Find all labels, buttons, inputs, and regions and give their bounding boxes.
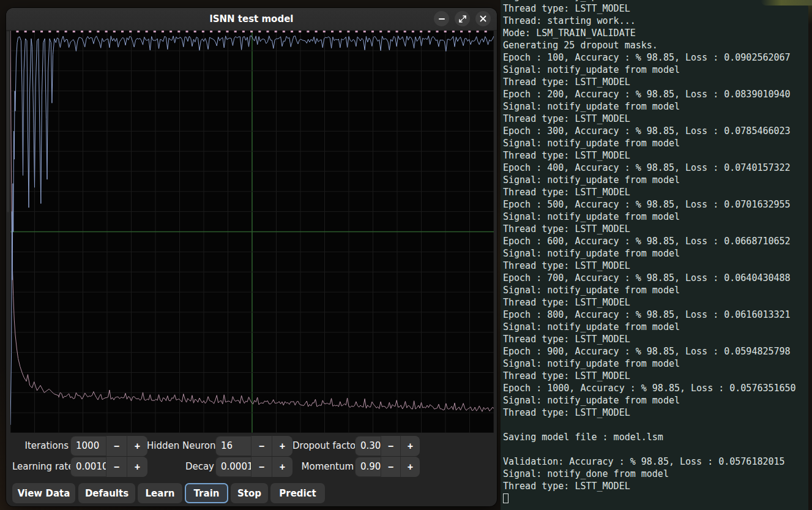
terminal-line: Mode: LSM_TRAIN_VALIDATE xyxy=(503,27,808,39)
iterations-increment-button[interactable]: + xyxy=(127,436,147,456)
learning-rate-label: Learning rate xyxy=(12,457,69,477)
minimize-icon xyxy=(439,18,445,20)
terminal-line: Signal: notify_update from model xyxy=(503,64,808,76)
terminal-line: Epoch : 200, Accuracy : % 98.85, Loss : … xyxy=(503,88,808,100)
train-button[interactable]: Train xyxy=(185,483,228,503)
hidden-neurons-increment-button[interactable]: + xyxy=(272,436,292,456)
maximize-button[interactable] xyxy=(455,11,470,26)
terminal-line: Thread type: LSTT_MODEL xyxy=(503,370,808,382)
terminal-line: Thread type: LSTT_MODEL xyxy=(503,76,808,88)
terminal-line: Thread type: LSTT_MODEL xyxy=(503,149,808,162)
view-data-button[interactable]: View Data xyxy=(12,483,75,503)
momentum-decrement-button[interactable]: − xyxy=(381,457,400,477)
terminal-line xyxy=(503,443,808,456)
terminal-line: Thread type: LSTT_MODEL xyxy=(503,296,808,309)
terminal-line: Signal: notify_update from model xyxy=(503,321,808,333)
close-button[interactable] xyxy=(475,11,491,26)
terminal-line: Signal: notify_update from model xyxy=(503,394,808,407)
terminal-line: Signal: notify_update from model xyxy=(503,247,808,260)
training-chart xyxy=(10,31,494,433)
learning-rate-increment-button[interactable]: + xyxy=(127,457,147,477)
maximize-icon xyxy=(459,15,466,23)
terminal-line: Thread type: LSTT_MODEL xyxy=(503,223,808,235)
terminal-line: Epoch : 700, Accuracy : % 98.85, Loss : … xyxy=(503,272,808,284)
hidden-neurons-label: Hidden Neurons xyxy=(147,436,214,456)
iterations-spinbox: 1000 − + xyxy=(70,436,147,456)
hidden-neurons-decrement-button[interactable]: − xyxy=(251,436,272,456)
terminal-line: Thread: starting work... xyxy=(503,15,808,27)
terminal-line: Saving model file : model.lsm xyxy=(503,431,808,443)
decay-label: Decay xyxy=(147,457,214,477)
iterations-decrement-button[interactable]: − xyxy=(106,436,127,456)
terminal-output: Signal: notify_update from modelThread t… xyxy=(503,0,808,504)
terminal-line xyxy=(503,492,808,504)
dropout-factor-spinbox: 0.30 − + xyxy=(355,436,420,456)
terminal-line: Epoch : 100, Accuracy : % 98.85, Loss : … xyxy=(503,51,808,64)
dropout-factor-label: Dropout factor xyxy=(292,436,354,456)
terminal-line: Signal: notify_update from model xyxy=(503,100,808,113)
defaults-button[interactable]: Defaults xyxy=(78,483,135,503)
terminal-line: Thread type: LSTT_MODEL xyxy=(503,260,808,272)
iterations-value[interactable]: 1000 xyxy=(70,436,106,456)
terminal-line: Signal: notify_done from model xyxy=(503,468,808,480)
terminal-line: Thread type: LSTT_MODEL xyxy=(503,480,808,492)
terminal-line: Thread type: LSTT_MODEL xyxy=(503,407,808,419)
terminal-line: Epoch : 300, Accuracy : % 98.85, Loss : … xyxy=(503,125,808,137)
decay-value[interactable]: 0.000100 xyxy=(215,457,251,477)
titlebar-buttons xyxy=(434,11,491,26)
learning-rate-spinbox: 0.0010 − + xyxy=(70,457,147,477)
stop-button[interactable]: Stop xyxy=(231,483,268,503)
learning-rate-decrement-button[interactable]: − xyxy=(106,457,127,477)
terminal-line: Thread type: LSTT_MODEL xyxy=(503,113,808,125)
model-window: lSNN test model Iterations 1000 − + Hidd… xyxy=(6,8,497,506)
window-title: lSNN test model xyxy=(210,13,294,24)
terminal-line: Signal: notify_update from model xyxy=(503,174,808,186)
dropout-factor-value[interactable]: 0.30 xyxy=(355,436,381,456)
terminal-line: Epoch : 500, Accuracy : % 98.85, Loss : … xyxy=(503,198,808,211)
terminal-line: Thread type: LSTT_MODEL xyxy=(503,186,808,198)
terminal-cursor xyxy=(503,493,508,503)
iterations-label: Iterations xyxy=(12,436,69,456)
learning-rate-value[interactable]: 0.0010 xyxy=(70,457,106,477)
terminal-line xyxy=(503,419,808,431)
terminal-line: Signal: notify_update from model xyxy=(503,284,808,296)
terminal-line: Epoch : 1000, Accuracy : % 98.85, Loss :… xyxy=(503,382,808,394)
dropout-factor-decrement-button[interactable]: − xyxy=(381,436,400,456)
momentum-value[interactable]: 0.90 xyxy=(355,457,381,477)
minimize-button[interactable] xyxy=(434,11,449,26)
dropout-factor-increment-button[interactable]: + xyxy=(400,436,420,456)
decay-spinbox: 0.000100 − + xyxy=(215,457,292,477)
terminal-line: Signal: notify_update from model xyxy=(503,211,808,223)
terminal-line: Signal: notify_update from model xyxy=(503,137,808,149)
terminal-line: Thread type: LSTT_MODEL xyxy=(503,333,808,345)
terminal-window[interactable]: Signal: notify_update from modelThread t… xyxy=(501,0,808,510)
momentum-increment-button[interactable]: + xyxy=(400,457,420,477)
close-icon xyxy=(480,15,486,22)
desktop-wallpaper-corner xyxy=(761,0,812,6)
scrollbar-thumb[interactable] xyxy=(7,31,9,212)
titlebar[interactable]: lSNN test model xyxy=(6,8,497,31)
momentum-spinbox: 0.90 − + xyxy=(355,457,420,477)
momentum-label: Momentum xyxy=(292,457,354,477)
learn-button[interactable]: Learn xyxy=(138,483,182,503)
terminal-line: Validation: Accuracy : % 98.85, Loss : 0… xyxy=(503,456,808,468)
decay-decrement-button[interactable]: − xyxy=(251,457,272,477)
terminal-line: Epoch : 400, Accuracy : % 98.85, Loss : … xyxy=(503,162,808,174)
decay-increment-button[interactable]: + xyxy=(272,457,292,477)
terminal-line: Epoch : 900, Accuracy : % 98.85, Loss : … xyxy=(503,345,808,358)
hidden-neurons-value[interactable]: 16 xyxy=(215,436,251,456)
terminal-line: Signal: notify_update from model xyxy=(503,358,808,370)
predict-button[interactable]: Predict xyxy=(270,483,325,503)
terminal-line: Epoch : 600, Accuracy : % 98.85, Loss : … xyxy=(503,235,808,247)
hidden-neurons-spinbox: 16 − + xyxy=(215,436,292,456)
terminal-line: Generating 25 dropout masks. xyxy=(503,39,808,51)
terminal-line: Epoch : 800, Accuracy : % 98.85, Loss : … xyxy=(503,309,808,321)
